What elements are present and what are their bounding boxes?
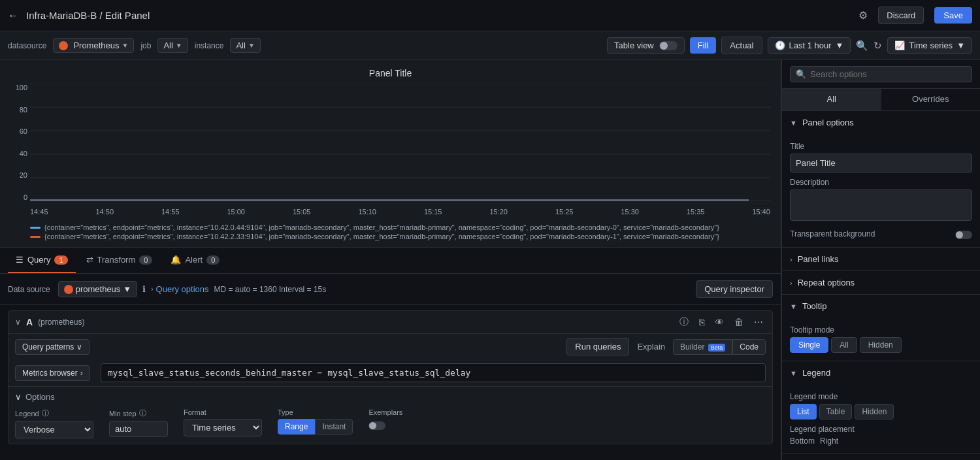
datasource-selector[interactable]: prometheus ▼ <box>58 281 138 297</box>
tab-all[interactable]: All <box>782 89 881 110</box>
y-axis: 100 80 60 40 20 0 <box>10 84 30 201</box>
format-select[interactable]: Time series Table Heatmap <box>184 419 262 436</box>
instance-select[interactable]: All ▼ <box>230 38 260 53</box>
legend-hidden-btn[interactable]: Hidden <box>855 404 894 419</box>
legend-table-btn[interactable]: Table <box>819 404 853 419</box>
back-icon[interactable]: ← <box>8 10 18 22</box>
job-label: job <box>140 41 151 50</box>
right-panel-search-header: 🔍 <box>782 60 980 89</box>
y-label-80: 80 <box>20 106 27 114</box>
chart-title: Panel Title <box>10 68 770 78</box>
y-label-60: 60 <box>20 127 27 135</box>
legend-chevron: ▼ <box>790 369 797 377</box>
timeseries-icon: 📈 <box>894 41 905 50</box>
type-opt-label: Type <box>278 408 293 416</box>
legend-placement-group: Bottom Right <box>790 436 972 446</box>
x-label-1500: 15:00 <box>227 208 245 216</box>
query-patterns-button[interactable]: Query patterns ∨ <box>15 339 90 355</box>
query-copy-btn[interactable]: ⎘ <box>696 316 707 329</box>
query-count-badge: 1 <box>54 255 67 265</box>
query-tab-icon: ☰ <box>16 255 24 265</box>
time-range-picker[interactable]: 🕐 Last 1 hour ▼ <box>768 37 851 54</box>
range-type-btn[interactable]: Range <box>278 419 315 435</box>
exemplars-option-group: Exemplars <box>368 408 402 430</box>
gear-icon[interactable]: ⚙ <box>858 9 868 22</box>
options-header[interactable]: ∨ Options <box>15 392 766 402</box>
visualization-picker[interactable]: 📈 Time series ▼ <box>887 37 972 54</box>
job-select[interactable]: All ▼ <box>157 38 188 53</box>
tab-alert[interactable]: 🔔 Alert 0 <box>163 248 227 273</box>
panel-links-chevron: › <box>790 255 792 263</box>
datasource-select[interactable]: Prometheus ▼ <box>53 38 134 53</box>
zoom-icon[interactable]: 🔍 <box>856 40 868 52</box>
panel-links-header[interactable]: › Panel links <box>782 248 980 271</box>
exemplars-toggle[interactable] <box>368 421 385 430</box>
legend-select[interactable]: Verbose Auto Short <box>15 421 93 438</box>
run-queries-button[interactable]: Run queries <box>566 338 629 355</box>
legend-header[interactable]: ▼ Legend <box>782 361 980 384</box>
table-view-toggle[interactable]: Table view <box>607 37 685 54</box>
legend-list-btn[interactable]: List <box>790 404 817 419</box>
ds-name: prometheus <box>76 284 121 294</box>
instant-type-btn[interactable]: Instant <box>315 419 353 435</box>
tooltip-hidden-btn[interactable]: Hidden <box>860 337 902 353</box>
minstep-input[interactable] <box>109 421 168 437</box>
query-info-btn[interactable]: ⓘ <box>677 315 691 329</box>
type-option-group: Type Range Instant <box>278 408 353 435</box>
tab-transform[interactable]: ⇄ Transform 0 <box>78 248 161 273</box>
patterns-chevron-icon: ∨ <box>76 342 82 352</box>
tab-query[interactable]: ☰ Query 1 <box>8 248 76 273</box>
query-options-btn[interactable]: › Query options <box>151 284 208 294</box>
description-textarea[interactable] <box>790 189 972 221</box>
query-tab-label: Query <box>27 255 50 265</box>
tooltip-mode-label: Tooltip mode <box>790 325 972 335</box>
repeat-options-header[interactable]: › Repeat options <box>782 271 980 295</box>
ds-prom-icon <box>64 285 73 294</box>
ds-bar-label: Data source <box>8 285 50 294</box>
tab-overrides[interactable]: Overrides <box>881 89 981 110</box>
save-button[interactable]: Save <box>934 7 972 24</box>
options-section: ∨ Options Legend ⓘ Verbose <box>8 387 772 444</box>
search-options-input[interactable] <box>810 69 966 79</box>
query-inspector-button[interactable]: Query inspector <box>696 280 773 298</box>
builder-mode-btn[interactable]: Builder Beta <box>673 339 732 355</box>
legend-section: ▼ Legend Legend mode List Table Hidden L… <box>782 361 980 454</box>
tooltip-header[interactable]: ▼ Tooltip <box>782 295 980 318</box>
legend-item-2: {container="metrics", endpoint="metrics"… <box>30 233 770 240</box>
time-range-label: Last 1 hour <box>789 41 832 50</box>
query-input-display[interactable]: mysql_slave_status_seconds_behind_master… <box>101 363 766 382</box>
query-row-actions: Query patterns ∨ Run queries Explain Bui… <box>8 334 772 359</box>
query-more-btn[interactable]: ⋯ <box>751 316 766 329</box>
chart-svg-area <box>30 84 770 201</box>
collapse-query-icon[interactable]: ∨ <box>15 318 21 327</box>
chevron-down-icon3: ▼ <box>248 42 255 49</box>
panel-options-header[interactable]: ▼ Panel options <box>782 111 980 134</box>
panel-title-input[interactable] <box>790 154 972 172</box>
legend-body: Legend mode List Table Hidden Legend pla… <box>782 384 980 453</box>
query-hide-btn[interactable]: 👁 <box>712 316 727 329</box>
legend-item-1: {container="metrics", endpoint="metrics"… <box>30 223 770 231</box>
tooltip-title: Tooltip <box>802 301 827 311</box>
tooltip-all-btn[interactable]: All <box>831 337 857 353</box>
table-view-switch[interactable] <box>659 41 678 50</box>
fill-button[interactable]: Fill <box>690 37 717 54</box>
discard-button[interactable]: Discard <box>878 7 924 24</box>
metrics-browser-button[interactable]: Metrics browser › <box>15 365 90 381</box>
query-delete-btn[interactable]: 🗑 <box>732 316 746 329</box>
transparent-bg-label: Transparent background <box>790 229 875 238</box>
x-label-1445: 14:45 <box>30 208 48 216</box>
ds-info-icon[interactable]: ℹ <box>142 284 146 294</box>
beta-badge: Beta <box>708 344 726 352</box>
explain-button[interactable]: Explain <box>633 338 669 355</box>
prometheus-icon <box>59 41 68 50</box>
tooltip-single-btn[interactable]: Single <box>790 337 828 353</box>
legend-text-2: {container="metrics", endpoint="metrics"… <box>44 233 719 240</box>
code-mode-btn[interactable]: Code <box>732 339 766 355</box>
actual-button[interactable]: Actual <box>721 37 762 54</box>
chart-legend: {container="metrics", endpoint="metrics"… <box>10 223 770 240</box>
x-label-1540: 15:40 <box>752 208 770 216</box>
tooltip-body: Tooltip mode Single All Hidden <box>782 318 980 361</box>
transparent-bg-toggle[interactable] <box>955 231 972 239</box>
refresh-icon[interactable]: ↻ <box>874 40 882 52</box>
x-label-1505: 15:05 <box>293 208 311 216</box>
